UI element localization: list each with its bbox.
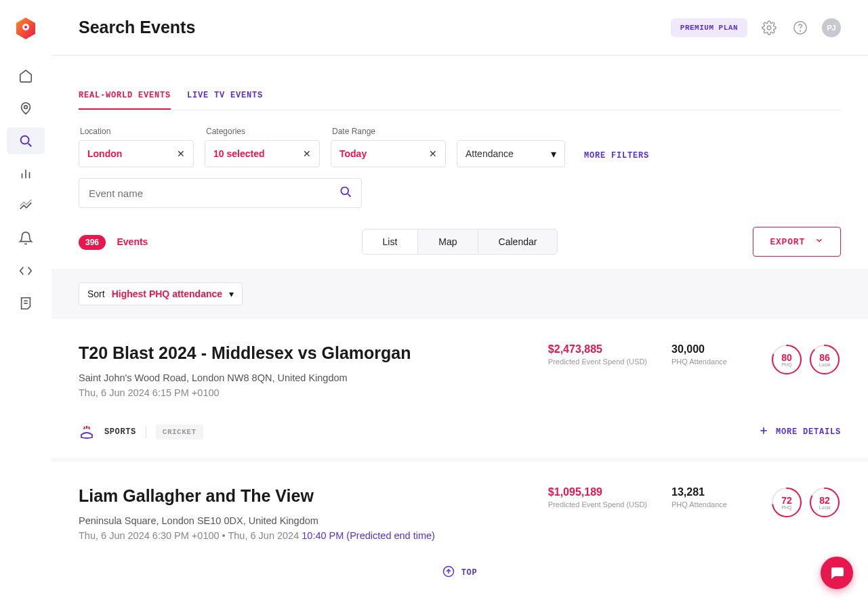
event-card: T20 Blast 2024 - Middlesex vs Glamorgan … (51, 319, 868, 462)
phq-ring: 80PHQ (770, 343, 803, 376)
help-icon[interactable] (791, 18, 810, 37)
search-icon[interactable] (339, 185, 352, 201)
nav-notifications[interactable] (7, 225, 45, 252)
filter-location[interactable]: London ✕ (79, 140, 194, 167)
tab-real-world-events[interactable]: REAL-WORLD EVENTS (79, 83, 171, 110)
phq-attendance-value: 13,281 (671, 486, 746, 498)
svg-line-4 (28, 144, 32, 147)
more-filters-button[interactable]: MORE FILTERS (584, 151, 649, 167)
sports-icon (79, 424, 95, 440)
filter-categories[interactable]: 10 selected ✕ (205, 140, 320, 167)
event-location: Peninsula Square, London SE10 0DX, Unite… (79, 515, 548, 526)
close-icon[interactable]: ✕ (429, 148, 437, 159)
view-list-button[interactable]: List (363, 230, 419, 254)
event-title[interactable]: T20 Blast 2024 - Middlesex vs Glamorgan (79, 343, 548, 363)
svg-point-3 (21, 136, 29, 144)
sidebar (0, 0, 51, 604)
nav-search[interactable] (7, 127, 45, 154)
filter-attendance[interactable]: Attendance ▾ (457, 140, 565, 167)
svg-line-19 (84, 427, 85, 429)
close-icon[interactable]: ✕ (177, 148, 185, 159)
svg-point-10 (767, 26, 771, 30)
predicted-spend-label: Predicted Event Spend (USD) (548, 500, 647, 510)
svg-line-21 (89, 427, 89, 429)
predicted-spend-value: $1,095,189 (548, 486, 647, 498)
category-main: SPORTS (104, 427, 136, 437)
nav-code[interactable] (7, 257, 45, 284)
predicted-spend-value: $2,473,885 (548, 343, 647, 355)
svg-point-2 (24, 106, 28, 109)
filter-location-label: Location (79, 127, 194, 136)
export-button[interactable]: EXPORT (753, 227, 841, 257)
nav-location[interactable] (7, 95, 45, 122)
phq-attendance-value: 30,000 (671, 343, 746, 355)
tabs: REAL-WORLD EVENTS LIVE TV EVENTS (79, 83, 841, 110)
filter-daterange[interactable]: Today ✕ (331, 140, 446, 167)
view-map-button[interactable]: Map (418, 230, 478, 254)
chat-fab[interactable] (821, 557, 853, 589)
nav-notes[interactable] (7, 290, 45, 317)
page-title: Search Events (79, 18, 195, 37)
nav-home[interactable] (7, 62, 45, 89)
plus-icon (758, 425, 769, 439)
event-time: Thu, 6 Jun 2024 6:15 PM +0100 (79, 387, 548, 398)
svg-point-1 (24, 26, 27, 28)
predicted-spend-label: Predicted Event Spend (USD) (548, 357, 647, 367)
view-toggle: List Map Calendar (362, 229, 558, 255)
phq-attendance-label: PHQ Attendance (671, 500, 746, 510)
svg-line-14 (348, 194, 350, 196)
settings-icon[interactable] (760, 18, 779, 37)
local-ring: 86Local (808, 343, 841, 376)
local-ring: 82Local (808, 486, 841, 519)
svg-point-13 (341, 187, 348, 194)
close-icon[interactable]: ✕ (303, 148, 311, 159)
phq-ring: 72PHQ (770, 486, 803, 519)
results-count-badge: 396 (79, 235, 106, 250)
event-title[interactable]: Liam Gallagher and The View (79, 486, 548, 506)
filter-categories-label: Categories (205, 127, 320, 136)
event-time: Thu, 6 Jun 2024 6:30 PM +0100 • Thu, 6 J… (79, 530, 548, 541)
arrow-up-circle-icon (442, 565, 455, 580)
category-tag: CRICKET (156, 425, 203, 439)
chevron-down-icon: ▾ (229, 288, 234, 299)
premium-badge[interactable]: PREMIUM PLAN (671, 18, 747, 37)
tab-live-tv-events[interactable]: LIVE TV EVENTS (187, 83, 263, 110)
event-card: Liam Gallagher and The View Peninsula Sq… (51, 462, 868, 548)
logo (14, 16, 38, 41)
event-name-input[interactable] (79, 178, 362, 208)
events-label: Events (117, 236, 148, 247)
topbar: Search Events PREMIUM PLAN PJ (51, 0, 868, 56)
avatar[interactable]: PJ (822, 18, 841, 37)
filter-daterange-label: Date Range (331, 127, 446, 136)
sort-select[interactable]: Sort Highest PHQ attendance ▾ (79, 282, 243, 305)
more-details-button[interactable]: MORE DETAILS (758, 425, 841, 439)
svg-point-12 (800, 30, 801, 31)
view-calendar-button[interactable]: Calendar (478, 230, 558, 254)
chevron-down-icon (814, 236, 824, 248)
chevron-down-icon: ▾ (551, 148, 556, 160)
back-to-top-button[interactable]: TOP (79, 548, 841, 598)
phq-attendance-label: PHQ Attendance (671, 357, 746, 367)
event-location: Saint John's Wood Road, London NW8 8QN, … (79, 372, 548, 383)
nav-analytics[interactable] (7, 160, 45, 187)
nav-trends[interactable] (7, 192, 45, 219)
